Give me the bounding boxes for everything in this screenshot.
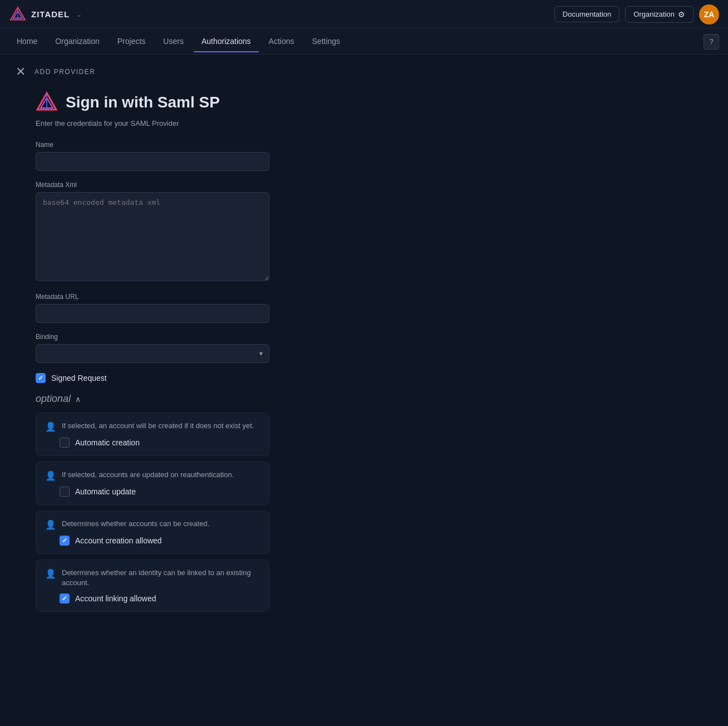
chevron-up-icon: ∧: [75, 395, 81, 404]
metadata-url-label: Metadata URL: [36, 293, 269, 301]
avatar[interactable]: ZA: [699, 4, 719, 24]
provider-subtitle: Enter the credentials for your SAML Prov…: [36, 119, 269, 127]
info-icon-2: 👤: [45, 470, 56, 481]
binding-select-wrapper: POST Redirect Artifact ▾: [36, 344, 269, 363]
signed-request-checkbox[interactable]: [36, 373, 46, 383]
account-linking-checkbox-row: Account linking allowed: [60, 593, 260, 604]
option-card-top-4: 👤 Determines whether an identity can be …: [45, 568, 260, 588]
name-label: Name: [36, 141, 269, 149]
name-input[interactable]: [36, 152, 269, 171]
metadata-xml-label: Metadata Xml: [36, 181, 269, 189]
provider-logo-icon: [36, 91, 58, 114]
nav-item-organization[interactable]: Organization: [47, 31, 107, 52]
automatic-update-checkbox[interactable]: [60, 487, 70, 497]
metadata-url-field-group: Metadata URL: [36, 293, 269, 323]
provider-title: Sign in with Saml SP: [66, 94, 220, 111]
nav-item-actions[interactable]: Actions: [261, 31, 302, 52]
option-description-3: Determines whether accounts can be creat…: [62, 519, 209, 529]
option-card-account-creation: 👤 Determines whether accounts can be cre…: [36, 511, 269, 554]
app-name-label: ZITADEL: [31, 9, 70, 19]
nav-bar: Home Organization Projects Users Authori…: [0, 29, 728, 55]
documentation-button[interactable]: Documentation: [554, 6, 619, 22]
option-card-automatic-update: 👤 If selected, accounts are updated on r…: [36, 462, 269, 505]
organization-button[interactable]: Organization ⚙: [625, 6, 693, 23]
nav-item-users[interactable]: Users: [155, 31, 191, 52]
option-description-1: If selected, an account will be created …: [62, 421, 254, 431]
page-header: ✕ ADD PROVIDER: [13, 66, 715, 78]
account-creation-label: Account creation allowed: [75, 536, 162, 545]
optional-label: optional: [36, 393, 71, 405]
option-description-2: If selected, accounts are updated on rea…: [62, 470, 234, 480]
automatic-update-label: Automatic update: [75, 487, 136, 496]
gear-icon: ⚙: [678, 10, 685, 19]
nav-item-projects[interactable]: Projects: [110, 31, 154, 52]
optional-section-header[interactable]: optional ∧: [36, 393, 269, 405]
nav-item-settings[interactable]: Settings: [304, 31, 348, 52]
name-field-group: Name: [36, 141, 269, 171]
option-card-top-3: 👤 Determines whether accounts can be cre…: [45, 519, 260, 530]
info-icon-4: 👤: [45, 568, 56, 579]
help-button[interactable]: ?: [704, 34, 719, 50]
metadata-xml-textarea[interactable]: [36, 192, 269, 281]
option-card-top-2: 👤 If selected, accounts are updated on r…: [45, 470, 260, 481]
nav-item-home[interactable]: Home: [9, 31, 45, 52]
provider-header: Sign in with Saml SP: [36, 91, 269, 114]
metadata-url-input[interactable]: [36, 304, 269, 323]
account-creation-checkbox[interactable]: [60, 536, 70, 546]
logo-area: ZITADEL ⌄: [9, 6, 82, 23]
automatic-creation-checkbox-row: Automatic creation: [60, 438, 260, 448]
info-icon-1: 👤: [45, 421, 56, 432]
top-bar-actions: Documentation Organization ⚙ ZA: [554, 4, 719, 24]
page-title: ADD PROVIDER: [35, 68, 95, 76]
automatic-creation-checkbox[interactable]: [60, 438, 70, 448]
account-linking-checkbox[interactable]: [60, 593, 70, 604]
metadata-xml-field-group: Metadata Xml: [36, 181, 269, 283]
close-button[interactable]: ✕: [13, 66, 28, 78]
automatic-update-checkbox-row: Automatic update: [60, 487, 260, 497]
binding-select[interactable]: POST Redirect Artifact: [36, 344, 269, 363]
signed-request-label: Signed Request: [51, 374, 107, 382]
app-chevron-icon: ⌄: [76, 11, 82, 18]
page-content: ✕ ADD PROVIDER Sign in with Saml SP Ente…: [0, 55, 728, 629]
option-card-account-linking: 👤 Determines whether an identity can be …: [36, 560, 269, 612]
account-linking-label: Account linking allowed: [75, 594, 156, 603]
top-bar: ZITADEL ⌄ Documentation Organization ⚙ Z…: [0, 0, 728, 29]
option-card-top-1: 👤 If selected, an account will be create…: [45, 421, 260, 432]
nav-item-authorizations[interactable]: Authorizations: [194, 31, 259, 52]
form-container: Sign in with Saml SP Enter the credentia…: [36, 91, 269, 612]
option-card-automatic-creation: 👤 If selected, an account will be create…: [36, 413, 269, 456]
option-description-4: Determines whether an identity can be li…: [62, 568, 260, 588]
signed-request-row: Signed Request: [36, 373, 269, 383]
binding-field-group: Binding POST Redirect Artifact ▾: [36, 333, 269, 363]
zitadel-logo-icon: [9, 6, 27, 23]
binding-label: Binding: [36, 333, 269, 341]
automatic-creation-label: Automatic creation: [75, 438, 140, 447]
account-creation-checkbox-row: Account creation allowed: [60, 536, 260, 546]
info-icon-3: 👤: [45, 519, 56, 530]
